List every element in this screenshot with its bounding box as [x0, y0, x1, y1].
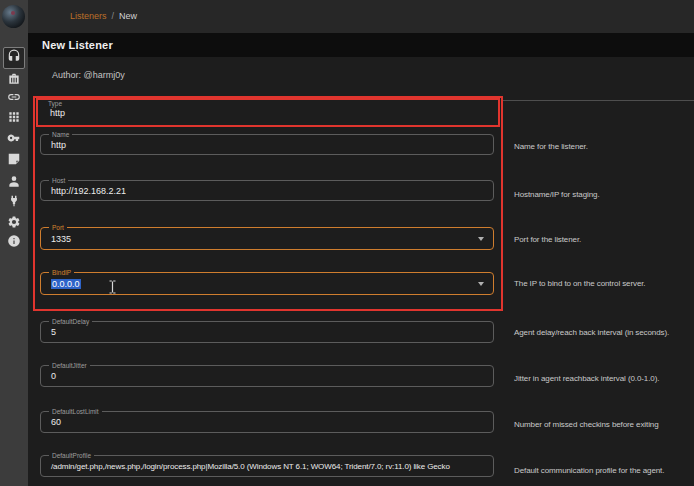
- text-cursor: [108, 280, 117, 298]
- selected-text: 0.0.0.0: [51, 279, 81, 289]
- field-label-defaultlostlimit: DefaultLostLimit: [49, 407, 102, 416]
- help-defaultprofile: Default communication profile for the ag…: [514, 466, 694, 476]
- key-icon: [7, 131, 21, 149]
- defaultprofile-input[interactable]: DefaultProfile /admin/get.php,/news.php,…: [40, 455, 494, 477]
- starkiller-new-listener-page: Listeners / New New Listener Author: @ha…: [0, 0, 694, 486]
- gear-icon: [7, 215, 21, 233]
- help-name: Name for the listener.: [514, 142, 694, 152]
- breadcrumb-separator: /: [112, 11, 115, 21]
- sidebar-item-about[interactable]: [7, 236, 21, 250]
- help-defaultjitter: Jitter in agent reachback interval (0.0-…: [514, 374, 694, 384]
- briefcase-icon: [7, 72, 21, 90]
- field-label-bindip: BindIP: [49, 268, 74, 277]
- field-label-defaultjitter: DefaultJitter: [49, 361, 90, 370]
- breadcrumb: Listeners / New: [70, 11, 137, 21]
- section-divider: [503, 100, 694, 101]
- chevron-down-icon[interactable]: [478, 237, 484, 241]
- sidebar-item-settings[interactable]: [7, 217, 21, 231]
- annotation-box-inner: [36, 98, 500, 127]
- help-defaultlostlimit: Number of missed checkins before exiting: [514, 420, 694, 430]
- plug-icon: [7, 194, 21, 212]
- field-label-defaultdelay: DefaultDelay: [49, 317, 92, 326]
- sidebar-item-credentials[interactable]: [7, 133, 21, 147]
- title-bar: [28, 33, 694, 57]
- sidebar-item-agents[interactable]: [7, 92, 21, 106]
- sidebar-item-plugins[interactable]: [7, 196, 21, 210]
- sidebar-item-stagers[interactable]: [7, 74, 21, 88]
- chain-link-icon: [7, 90, 21, 108]
- help-defaultdelay: Agent delay/reach back interval (in seco…: [514, 328, 694, 338]
- page-title: New Listener: [42, 39, 113, 51]
- breadcrumb-current: New: [119, 11, 137, 21]
- field-label-type: Type: [48, 100, 62, 107]
- starkiller-logo: [2, 5, 25, 28]
- port-value: 1335: [51, 234, 71, 244]
- name-value: http: [51, 140, 66, 150]
- breadcrumb-listeners-link[interactable]: Listeners: [70, 11, 107, 21]
- host-input[interactable]: Host http://192.168.2.21: [40, 180, 494, 201]
- bindip-value: 0.0.0.0: [51, 279, 81, 289]
- sidebar-item-users[interactable]: [7, 176, 21, 190]
- defaultjitter-input[interactable]: DefaultJitter 0: [40, 365, 494, 387]
- headset-icon: [7, 49, 21, 67]
- help-port: Port for the listener.: [514, 235, 694, 245]
- info-icon: [7, 234, 21, 252]
- defaultjitter-value: 0: [51, 371, 56, 381]
- defaultlostlimit-input[interactable]: DefaultLostLimit 60: [40, 411, 494, 433]
- defaultprofile-value: /admin/get.php,/news.php,/login/process.…: [51, 462, 450, 471]
- sidebar-item-modules[interactable]: [7, 112, 21, 126]
- type-select[interactable]: http: [50, 108, 65, 118]
- field-label-defaultprofile: DefaultProfile: [49, 451, 94, 460]
- modules-grid-icon: [7, 110, 21, 128]
- name-input[interactable]: Name http: [40, 134, 494, 155]
- sidebar-item-reporting[interactable]: [7, 154, 21, 168]
- note-icon: [7, 152, 21, 170]
- user-icon: [7, 174, 21, 192]
- port-select[interactable]: Port 1335: [40, 227, 494, 250]
- host-value: http://192.168.2.21: [51, 186, 126, 196]
- defaultdelay-input[interactable]: DefaultDelay 5: [40, 321, 494, 343]
- help-host: Hostname/IP for staging.: [514, 190, 694, 200]
- defaultlostlimit-value: 60: [51, 417, 61, 427]
- field-label-host: Host: [49, 176, 68, 185]
- author-label: Author: @harmj0y: [52, 70, 125, 80]
- field-label-port: Port: [49, 223, 67, 232]
- help-bindip: The IP to bind to on the control server.: [514, 279, 694, 289]
- sidebar-nav: [0, 0, 28, 486]
- defaultdelay-value: 5: [51, 327, 56, 337]
- chevron-down-icon[interactable]: [478, 282, 484, 286]
- sidebar-item-listeners[interactable]: [3, 47, 25, 69]
- field-label-name: Name: [49, 130, 72, 139]
- logo-highlight: [11, 11, 15, 15]
- breadcrumb-bar: Listeners / New: [28, 0, 694, 33]
